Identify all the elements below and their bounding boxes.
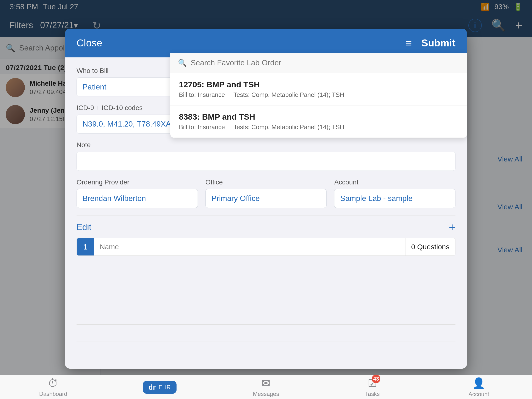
ordering-provider-label: Ordering Provider (76, 178, 198, 186)
ordering-provider-col: Ordering Provider Brendan Wilberton (76, 178, 198, 208)
account-value[interactable]: Sample Lab - sample (334, 189, 456, 208)
tab-tasks[interactable]: ☑ 43 Tasks (319, 377, 425, 397)
tasks-label: Tasks (365, 391, 380, 397)
dropdown-item-1[interactable]: 12705: BMP and TSH Bill to: Insurance Te… (170, 73, 467, 106)
ehr-icon: dr (149, 383, 156, 391)
tab-dashboard[interactable]: ⏱ Dashboard (0, 377, 107, 397)
note-row: Note (76, 141, 456, 171)
account-label: Account (334, 178, 456, 186)
dropdown-search-icon: 🔍 (178, 59, 187, 67)
modal-overlay[interactable]: Close ≡ Submit 🔍 12705: BMP and TSH Bill… (0, 0, 532, 399)
list-icon[interactable]: ≡ (406, 37, 412, 49)
dropdown-item-2-title: 8383: BMP and TSH (179, 112, 458, 121)
search-dropdown-container: 🔍 (170, 53, 467, 73)
empty-row-5 (76, 325, 456, 342)
dropdown-item-1-title: 12705: BMP and TSH (179, 80, 458, 89)
dashboard-icon: ⏱ (48, 377, 58, 389)
edit-button[interactable]: Edit (76, 222, 91, 232)
search-dropdown: 🔍 12705: BMP and TSH Bill to: Insurance … (170, 53, 467, 138)
dropdown-item-2-sub: Bill to: Insurance Tests: Comp. Metaboli… (179, 123, 458, 131)
name-row-input[interactable] (94, 238, 405, 255)
office-label: Office (205, 178, 327, 186)
dropdown-item-1-sub: Bill to: Insurance Tests: Comp. Metaboli… (179, 91, 458, 99)
tab-bar: ⏱ Dashboard dr EHR ✉ Messages ☑ 43 Tasks… (0, 375, 532, 399)
messages-label: Messages (253, 391, 279, 397)
office-col: Office Primary Office (205, 178, 327, 208)
tab-ehr[interactable]: dr EHR (107, 381, 213, 394)
tab-account[interactable]: 👤 Account (425, 377, 532, 398)
ehr-label: EHR (158, 384, 171, 391)
three-col-row: Ordering Provider Brendan Wilberton Offi… (76, 178, 456, 208)
account-label: Account (468, 391, 489, 398)
search-favorite-lab-input[interactable] (191, 58, 459, 67)
name-row-questions: 0 Questions (405, 238, 455, 255)
modal-dialog: Close ≡ Submit 🔍 12705: BMP and TSH Bill… (65, 29, 467, 369)
empty-row-1 (76, 256, 456, 273)
empty-row-3 (76, 290, 456, 307)
empty-row-2 (76, 273, 456, 290)
account-icon: 👤 (472, 377, 485, 389)
ehr-tab-active: dr EHR (143, 381, 177, 394)
add-button[interactable]: + (449, 221, 456, 234)
account-col: Account Sample Lab - sample (334, 178, 456, 208)
tab-messages[interactable]: ✉ Messages (213, 377, 319, 397)
modal-close-button[interactable]: Close (76, 37, 102, 49)
office-value[interactable]: Primary Office (205, 189, 327, 208)
note-input[interactable] (76, 152, 456, 171)
modal-header-icons: ≡ Submit (406, 37, 456, 49)
edit-row: Edit + (76, 215, 456, 236)
dashboard-label: Dashboard (39, 391, 67, 397)
dropdown-item-2[interactable]: 8383: BMP and TSH Bill to: Insurance Tes… (170, 106, 467, 138)
tasks-badge-container: ☑ 43 (368, 377, 377, 389)
empty-row-6 (76, 342, 456, 359)
name-row: 1 0 Questions (76, 238, 456, 256)
name-row-number: 1 (77, 238, 94, 255)
tasks-badge: 43 (372, 375, 380, 383)
submit-button[interactable]: Submit (421, 37, 456, 49)
empty-row-4 (76, 307, 456, 325)
note-label: Note (76, 141, 456, 149)
ordering-provider-value[interactable]: Brendan Wilberton (76, 189, 198, 208)
messages-icon: ✉ (261, 377, 270, 389)
